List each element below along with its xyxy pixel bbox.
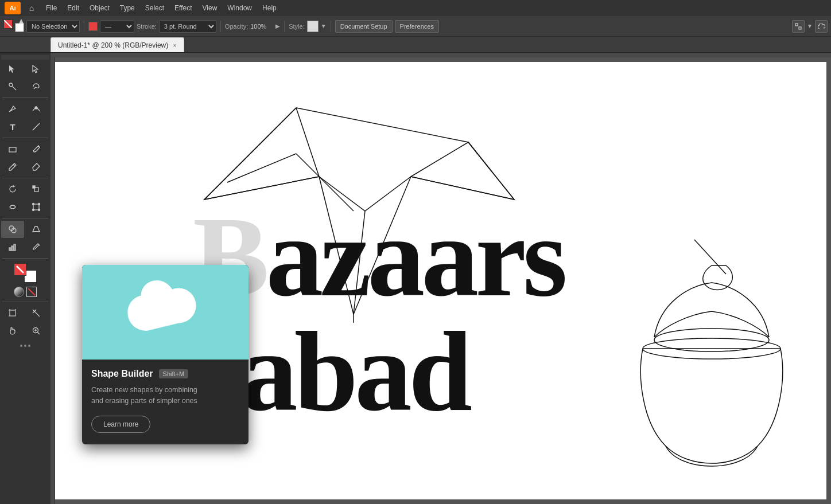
- paintbrush-tool[interactable]: [25, 140, 48, 158]
- svg-line-5: [13, 87, 17, 91]
- svg-line-42: [296, 108, 319, 177]
- style-expand[interactable]: ▼: [321, 23, 327, 29]
- pen-tool[interactable]: [1, 100, 24, 118]
- menu-select[interactable]: Select: [141, 3, 169, 13]
- tool-row-warp: [1, 198, 49, 216]
- none-color-icon[interactable]: [26, 287, 37, 297]
- menu-type[interactable]: Type: [115, 3, 139, 13]
- opacity-expand[interactable]: ▶: [275, 23, 280, 29]
- preferences-button[interactable]: Preferences: [395, 20, 439, 33]
- svg-rect-21: [11, 246, 13, 251]
- tool-row-pen: [1, 100, 49, 118]
- app-logo: Ai: [5, 2, 21, 14]
- line-tool[interactable]: [25, 118, 48, 135]
- svg-point-37: [20, 345, 22, 347]
- tool-row-artboard: [1, 304, 49, 322]
- tool-row-rotate: [1, 181, 49, 198]
- arrange-icon[interactable]: [792, 20, 805, 33]
- tab-close-button[interactable]: ×: [173, 42, 176, 49]
- svg-rect-22: [14, 244, 15, 251]
- tooltip-body: Shape Builder Shift+M Create new shapes …: [82, 360, 248, 444]
- tool-sep-6: [2, 302, 48, 302]
- selection-dropdown[interactable]: No Selection: [26, 20, 80, 33]
- opacity-label: Opacity:: [225, 23, 248, 30]
- main-layout: T: [0, 53, 831, 504]
- menu-object[interactable]: Object: [85, 3, 114, 13]
- svg-line-25: [28, 288, 35, 295]
- stroke-color-chip[interactable]: [88, 22, 98, 31]
- lasso-tool[interactable]: [25, 78, 48, 95]
- rotate-tool[interactable]: [1, 181, 24, 198]
- ruler-left: [51, 57, 55, 504]
- separator-1: [84, 21, 84, 32]
- svg-point-4: [9, 83, 13, 87]
- svg-line-7: [33, 123, 40, 130]
- eyedropper-tool[interactable]: [25, 239, 48, 256]
- rectangle-tool[interactable]: [1, 140, 24, 158]
- fill-color-box[interactable]: [14, 263, 26, 276]
- svg-line-9: [13, 165, 15, 166]
- zoom-tool[interactable]: [25, 322, 48, 339]
- tool-row-lasso: [1, 78, 49, 95]
- tool-sep-2: [2, 138, 48, 138]
- warp-tool[interactable]: [1, 198, 24, 216]
- fill-stroke-indicator[interactable]: [3, 18, 24, 34]
- eraser-tool[interactable]: [25, 158, 48, 175]
- separator-3: [284, 21, 285, 32]
- perspective-tool[interactable]: [25, 221, 48, 238]
- tab-title: Untitled-1* @ 200 % (RGB/Preview): [58, 41, 168, 49]
- stroke-dropdown[interactable]: —: [100, 20, 134, 33]
- menu-edit[interactable]: Edit: [63, 3, 84, 13]
- learn-more-button[interactable]: Learn more: [91, 416, 150, 433]
- ruler-top: [51, 53, 831, 57]
- tool-row-text: T: [1, 118, 49, 135]
- menu-effect[interactable]: Effect: [170, 3, 196, 13]
- more-tools[interactable]: [1, 343, 49, 348]
- tooltip-preview-area: [82, 265, 248, 360]
- arrange-expand[interactable]: ▼: [807, 23, 813, 29]
- svg-rect-11: [33, 186, 35, 188]
- tooltip-title-row: Shape Builder Shift+M: [91, 369, 239, 379]
- pencil-tool[interactable]: [1, 158, 24, 175]
- svg-line-23: [39, 245, 40, 246]
- scale-tool[interactable]: [25, 181, 48, 198]
- artboard-tool[interactable]: [1, 304, 24, 322]
- document-setup-button[interactable]: Document Setup: [335, 20, 393, 33]
- svg-line-51: [227, 154, 296, 182]
- tool-row-graph: [1, 239, 49, 256]
- shape-builder-tool[interactable]: [1, 221, 24, 238]
- menu-file[interactable]: File: [41, 3, 61, 13]
- svg-rect-8: [9, 147, 16, 152]
- color-fill-stroke[interactable]: [14, 263, 37, 283]
- tool-row-shapebuilder: [1, 221, 49, 238]
- menu-help[interactable]: Help: [258, 3, 281, 13]
- magic-wand-tool[interactable]: [1, 78, 24, 95]
- svg-point-6: [35, 107, 37, 109]
- tool-row-zoom: [1, 322, 49, 339]
- direct-selection-tool[interactable]: [25, 60, 48, 77]
- style-swatch[interactable]: [307, 21, 319, 32]
- svg-line-53: [468, 142, 491, 171]
- hand-tool[interactable]: [1, 322, 24, 339]
- svg-point-15: [33, 209, 34, 211]
- separator-4: [331, 21, 331, 32]
- cloud-icon[interactable]: [815, 20, 828, 33]
- slice-tool[interactable]: [25, 304, 48, 322]
- document-tab[interactable]: Untitled-1* @ 200 % (RGB/Preview) ×: [51, 37, 184, 52]
- canvas-area: Bazaars rabad Shape Builder Shift+M: [51, 53, 831, 504]
- menu-window[interactable]: Window: [223, 3, 257, 13]
- graph-tool[interactable]: [1, 239, 24, 256]
- svg-line-45: [411, 142, 468, 177]
- curvature-tool[interactable]: [25, 100, 48, 118]
- tool-sep-5: [2, 258, 48, 259]
- tooltip-description: Create new shapes by combining and erasi…: [91, 385, 239, 407]
- color-mode-icon[interactable]: [14, 287, 24, 297]
- selection-tool[interactable]: [1, 60, 24, 77]
- type-tool[interactable]: T: [1, 118, 24, 135]
- free-transform-tool[interactable]: [25, 198, 48, 216]
- menu-bar: Ai ⌂ File Edit Object Type Select Effect…: [0, 0, 831, 16]
- stroke-weight-dropdown[interactable]: 3 pt. Round: [159, 20, 216, 33]
- svg-line-24: [17, 266, 24, 273]
- menu-view[interactable]: View: [198, 3, 222, 13]
- home-icon[interactable]: ⌂: [25, 2, 38, 14]
